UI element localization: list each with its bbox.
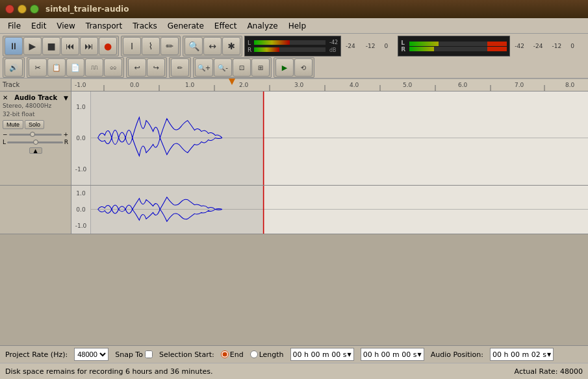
y-axis-mid2: 0.0 (76, 206, 85, 213)
menu-view[interactable]: View (51, 20, 80, 32)
selection-start-label: Selection Start: (159, 350, 214, 359)
menu-tracks[interactable]: Tracks (127, 20, 162, 32)
toolbar-row1: ⏸ ▶ ■ ⏮ ⏭ ● I ⌇ ✏ 🔍 ↔ ✱ L (3, 35, 585, 57)
svg-rect-20 (91, 92, 264, 185)
out-db-neg12: -12 (552, 43, 562, 49)
track-name: Audio Track (14, 94, 57, 101)
svg-text:7.0: 7.0 (515, 82, 524, 88)
sel-start-dropdown[interactable]: ▼ (348, 352, 352, 358)
zoom-out-btn[interactable]: 🔍- (214, 58, 232, 77)
svg-rect-23 (91, 186, 264, 234)
zoom-fit-btn[interactable]: ⊡ (233, 58, 251, 77)
playback-tools: ▶ ⟲ (274, 57, 314, 78)
out-db-neg42: -42 (515, 43, 524, 49)
actual-rate: Actual Rate: 48000 (515, 367, 583, 376)
maximize-button[interactable] (30, 5, 39, 14)
svg-text:1.0: 1.0 (185, 82, 195, 88)
record-button[interactable]: ● (99, 37, 117, 55)
redo-button[interactable]: ↪ (147, 58, 165, 77)
waveform-top (91, 92, 588, 185)
solo-button[interactable]: Solo (25, 120, 44, 129)
ibeam-tool[interactable]: I (123, 37, 141, 55)
window-title: sintel_trailer-audio (45, 5, 129, 14)
audio-pos-dropdown[interactable]: ▼ (547, 352, 551, 358)
close-button[interactable] (5, 5, 14, 14)
speaker-icon[interactable]: 🔊 (5, 58, 23, 77)
track-close-btn[interactable]: ✕ (3, 94, 8, 101)
svg-text:-1.0: -1.0 (75, 82, 86, 88)
cut-tool[interactable]: ✂ (29, 58, 47, 77)
copy-tool[interactable]: 📋 (47, 58, 66, 77)
track-info2: 32-bit float (3, 110, 68, 119)
y-axis-bot1: -1.0 (75, 166, 87, 173)
out-db-neg24: -24 (533, 43, 543, 49)
pause-button[interactable]: ⏸ (5, 37, 23, 55)
pan-left-label: L (3, 139, 6, 145)
snap-to-checkbox[interactable] (145, 350, 153, 358)
pencil-tool[interactable]: ✏ (171, 58, 189, 77)
svg-text:8.0: 8.0 (565, 82, 575, 88)
play-button[interactable]: ▶ (23, 37, 42, 55)
stop-button[interactable]: ■ (42, 37, 60, 55)
time-shift-tool[interactable]: ↔ (203, 37, 222, 55)
menu-analyze[interactable]: Analyze (242, 20, 283, 32)
end-radio[interactable] (221, 350, 229, 358)
end-time: 00 h 00 m 00 s (363, 350, 417, 359)
gain-minus-icon: − (3, 131, 8, 138)
next-button[interactable]: ⏭ (80, 37, 98, 55)
silence-tool[interactable]: ⎐⎐ (104, 58, 122, 77)
window-controls (5, 5, 39, 14)
zoom-in-tool[interactable]: 🔍 (185, 37, 203, 55)
trim-tool[interactable]: ⎍⎍ (85, 58, 103, 77)
mute-button[interactable]: Mute (3, 120, 23, 129)
waveform-bottom (91, 186, 588, 234)
prev-button[interactable]: ⏮ (61, 37, 79, 55)
time-ruler-svg: -1.0 0.0 1.0 2.0 3.0 4.0 5.0 6.0 (71, 79, 588, 91)
end-label: End (230, 350, 244, 359)
edit-tools-section: I ⌇ ✏ (121, 36, 181, 56)
loop-btn[interactable]: ⟲ (294, 58, 313, 77)
length-label: Length (259, 350, 284, 359)
track-collapse-btn[interactable]: ▲ (29, 147, 42, 154)
play-green-btn[interactable]: ▶ (275, 58, 294, 77)
paste-tool[interactable]: 📄 (66, 58, 84, 77)
menu-transport[interactable]: Transport (81, 20, 127, 32)
menu-edit[interactable]: Edit (26, 20, 51, 32)
db-scale-neg12: -12 (366, 43, 376, 49)
minimize-button[interactable] (18, 5, 27, 14)
menu-help[interactable]: Help (283, 20, 311, 32)
toolbar-row2: 🔊 ✂ 📋 📄 ⎍⎍ ⎐⎐ ↩ ↪ ✏ 🔍+ 🔍- ⊡ ⊞ ▶ ⟲ (3, 58, 585, 77)
transport-section: ⏸ ▶ ■ ⏮ ⏭ ● (3, 36, 119, 56)
svg-text:0.0: 0.0 (130, 82, 140, 88)
envelope-tool[interactable]: ⌇ (142, 37, 160, 55)
out-db-0: 0 (570, 43, 574, 49)
undo-button[interactable]: ↩ (128, 58, 146, 77)
track-label: Track (3, 81, 19, 88)
y-axis-bot2: -1.0 (75, 223, 87, 229)
draw-tool[interactable]: ✏ (160, 37, 179, 55)
titlebar: sintel_trailer-audio (0, 0, 588, 18)
db-scale-0: 0 (384, 43, 388, 49)
zoom-in-btn[interactable]: 🔍+ (195, 58, 213, 77)
track-dropdown-btn[interactable]: ▼ (64, 95, 68, 101)
zoom-sel-btn[interactable]: ⊞ (251, 58, 270, 77)
end-dropdown[interactable]: ▼ (418, 352, 422, 358)
svg-text:5.0: 5.0 (403, 82, 413, 88)
menu-effect[interactable]: Effect (209, 20, 242, 32)
project-rate-label: Project Rate (Hz): (5, 350, 68, 359)
multi-tool[interactable]: ✱ (222, 37, 240, 55)
length-radio[interactable] (250, 350, 258, 358)
clip-tools: ✂ 📋 📄 ⎍⎍ ⎐⎐ (27, 57, 124, 78)
svg-text:2.0: 2.0 (239, 82, 249, 88)
undo-tools: ↩ ↪ (126, 57, 167, 78)
status-message: Disk space remains for recording 6 hours… (5, 367, 213, 376)
audio-position-label: Audio Position: (431, 350, 483, 359)
project-rate-select[interactable]: 48000 44100 22050 (74, 348, 109, 361)
y-axis-top2: 1.0 (76, 190, 85, 197)
menu-generate[interactable]: Generate (162, 20, 209, 32)
y-axis-mid1: 0.0 (76, 135, 85, 141)
pan-right-label: R (64, 139, 68, 145)
menu-file[interactable]: File (3, 20, 26, 32)
db-scale-neg24: -24 (346, 43, 355, 49)
audio-tools: 🔊 (3, 57, 25, 78)
